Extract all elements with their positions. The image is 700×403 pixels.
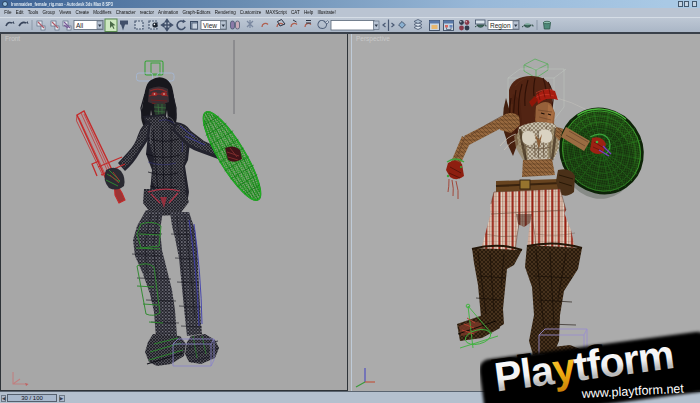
svg-text:All: All [76, 21, 84, 28]
svg-text:Region: Region [490, 21, 511, 29]
svg-text:View: View [203, 21, 217, 28]
